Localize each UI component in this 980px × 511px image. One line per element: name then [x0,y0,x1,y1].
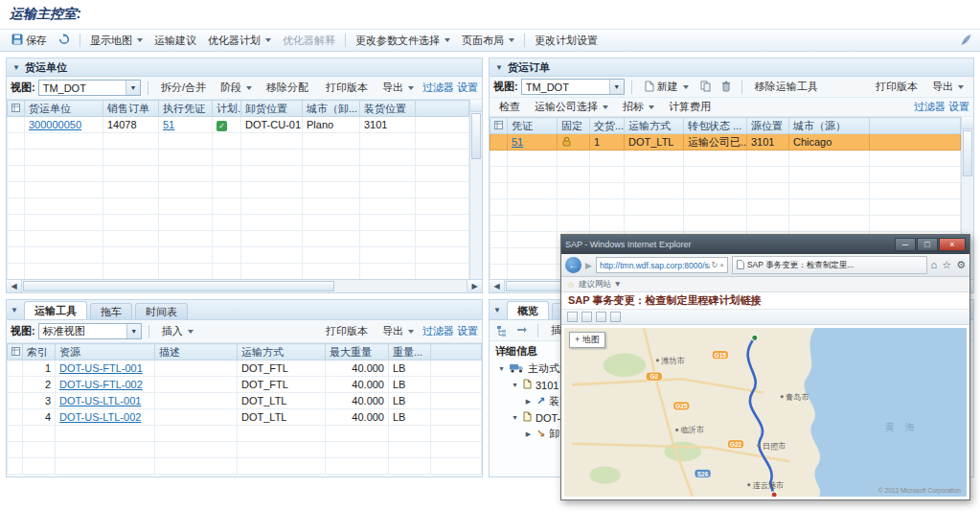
change-planning-settings-button[interactable]: 更改计划设置 [529,32,604,50]
toolbar-icon[interactable] [581,312,592,322]
table-row[interactable]: 2 DOT-US-FTL-002 DOT_FTL 40.000 LB [8,377,482,393]
row-selector[interactable] [8,117,25,133]
export-button[interactable]: 导出 [376,79,420,97]
filter-link[interactable]: 过滤器 [914,100,946,114]
refresh-button[interactable] [53,32,76,49]
freight-order-link[interactable]: 51 [512,136,523,148]
insert-button[interactable]: 插入 [156,322,199,340]
favorites-icon[interactable]: ☆ [942,259,951,271]
filter-link[interactable]: 过滤器 [422,324,454,338]
collapse-icon[interactable]: ▼ [511,382,519,388]
resource-link[interactable]: DOT-US-FTL-002 [59,379,143,390]
show-map-button[interactable]: 显示地图 [84,32,148,50]
freight-unit-link[interactable]: 300000050 [29,119,81,130]
window-titlebar[interactable]: SAP - Windows Internet Explorer ─ □ × [561,235,969,254]
resource-link[interactable]: DOT-US-LTL-001 [59,395,141,406]
tab-schedules[interactable]: 时间表 [135,303,188,319]
remove-assignment-button[interactable]: 移除分配 [261,79,314,97]
table-row[interactable]: 3 DOT-US-LTL-001 DOT_LTL 40.000 LB [8,393,482,409]
transport-proposal-button[interactable]: 运输建议 [148,32,202,50]
change-profile-button[interactable]: 更改参数文件选择 [350,32,456,50]
personalize-button[interactable] [957,32,974,49]
main-toolbar: 保存 显示地图 运输建议 优化器计划 优化器解释 更改参数文件选择 页面布局 更… [0,29,980,52]
expand-icon[interactable]: ▶ [524,430,533,438]
table-row[interactable]: 4 DOT-US-LTL-002 DOT_LTL 40.000 LB [8,409,482,426]
resource-link[interactable]: DOT-US-FTL-001 [59,362,143,374]
close-button[interactable]: × [939,238,966,251]
toolbar-icon[interactable] [610,312,621,322]
selection-column-header[interactable] [8,101,25,117]
export-button[interactable]: 导出 [926,78,969,96]
collapse-icon[interactable]: ▼ [495,63,503,72]
check-button[interactable]: 检查 [493,98,526,116]
tab-overview[interactable]: 概览 [507,301,549,319]
scroll-right-icon[interactable]: ▶ [467,280,482,292]
tab-vehicles[interactable]: 运输工具 [24,301,87,319]
forward-button[interactable]: ▶ [585,261,592,270]
home-icon[interactable]: ⌂ [931,259,938,271]
tools-icon[interactable]: ⚙ [956,259,966,271]
view-select[interactable]: 标准视图 ▼ [38,323,142,339]
suggested-sites[interactable]: 建议网站 ▼ [579,279,622,290]
export-button[interactable]: 导出 [376,322,420,340]
table-row[interactable]: 300000050 14078 51 ✓ DOT-CU-01 Plano 310… [8,117,469,133]
settings-link[interactable]: 设置 [457,324,478,338]
row-selector[interactable] [8,409,23,426]
filter-link[interactable]: 过滤器 [422,81,454,95]
resource-link[interactable]: DOT-US-LTL-002 [59,411,141,423]
minimize-button[interactable]: ─ [895,238,916,251]
row-selector[interactable] [8,393,23,409]
vertical-scrollbar[interactable] [469,100,482,279]
toolbar-icon[interactable] [567,312,578,322]
calculate-charges-button[interactable]: 计算费用 [663,98,717,116]
back-button[interactable]: ← [565,257,581,273]
collapse-icon[interactable]: ▼ [493,306,501,314]
refresh-icon[interactable]: ↻ [712,261,718,269]
browser-tab[interactable]: SAP 事务变更：检查制定里... [732,256,927,274]
stages-button[interactable]: 阶段 [215,79,258,97]
selection-column-header[interactable] [8,344,23,360]
collapse-icon[interactable]: ▼ [11,306,18,314]
selected-table-row[interactable]: 51 1 DOT_LTL 运输公司已... 3101 Chicago [490,134,961,151]
toolbar-icon[interactable] [596,312,606,322]
split-merge-button[interactable]: 拆分/合并 [155,79,212,97]
row-selector[interactable] [490,134,508,151]
carrier-selection-button[interactable]: 运输公司选择 [529,98,614,116]
scroll-thumb[interactable] [23,281,334,291]
save-button[interactable]: 保存 [6,32,53,50]
print-version-button[interactable]: 打印版本 [320,79,374,97]
print-version-button[interactable]: 打印版本 [320,322,374,340]
view-select[interactable]: TM_DOT ▼ [521,79,625,95]
view-select[interactable]: TM_DOT ▼ [38,80,141,96]
settings-link[interactable]: 设置 [948,100,969,114]
tab-trailers[interactable]: 拖车 [90,303,132,319]
collapse-icon[interactable]: ▼ [497,365,506,372]
settings-link[interactable]: 设置 [457,81,478,95]
row-selector[interactable] [8,377,23,393]
delete-button[interactable] [718,79,735,96]
exec-doc-link[interactable]: 51 [163,119,174,130]
collapse-icon[interactable]: ▼ [12,63,20,72]
collapse-icon[interactable]: ▼ [511,414,519,421]
optimizer-plan-button[interactable]: 优化器计划 [202,32,277,50]
copy-button[interactable] [697,79,715,96]
map-layer-button[interactable]: + 地图 [569,332,605,348]
table-row[interactable]: 1 DOT-US-FTL-001 DOT_FTL 40.000 LB [8,360,482,377]
expand-icon[interactable]: ▶ [524,398,533,406]
print-version-button[interactable]: 打印版本 [870,78,923,96]
stop-icon[interactable]: × [719,261,724,269]
new-button[interactable]: 新建 [639,78,695,96]
horizontal-scrollbar[interactable]: ◀ ▶ [7,279,482,292]
tendering-button[interactable]: 招标 [617,98,660,116]
selection-column-header[interactable] [490,118,508,134]
row-selector[interactable] [8,360,23,377]
page-layout-button[interactable]: 页面布局 [456,32,520,50]
map-area[interactable]: G15 G25 G22 G2 S26 潍坊市 青岛市 日照市 临沂市 连云港市 … [561,325,969,499]
scroll-left-icon[interactable]: ◀ [7,280,22,292]
remove-vehicle-button[interactable]: 移除运输工具 [749,78,824,96]
hierarchy-icon[interactable] [493,322,511,339]
scroll-left-icon[interactable]: ◀ [490,280,505,292]
maximize-button[interactable]: □ [917,238,938,251]
url-field[interactable]: http://tmn.wdf.sap.corp:8000/sap/bc/ ↻ × [596,257,728,273]
swap-icon[interactable] [513,322,531,339]
